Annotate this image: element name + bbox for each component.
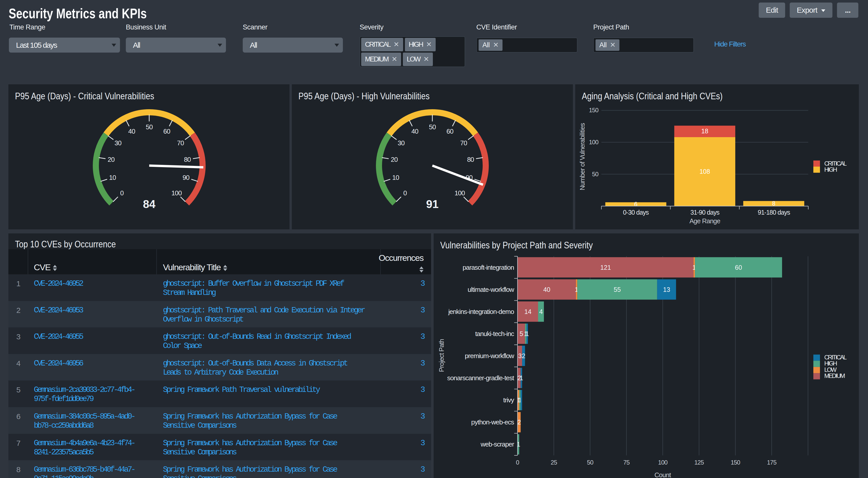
svg-text:40: 40 [543, 286, 550, 293]
svg-text:91: 91 [426, 198, 439, 210]
svg-text:Project Path: Project Path [438, 339, 445, 372]
svg-text:20: 20 [107, 156, 114, 163]
svg-text:30: 30 [115, 139, 122, 147]
svg-text:121: 121 [600, 264, 611, 271]
svg-text:LOW: LOW [824, 366, 837, 373]
svg-text:100: 100 [658, 459, 668, 466]
svg-text:2: 2 [518, 418, 521, 426]
svg-text:ultimate-workflow: ultimate-workflow [468, 286, 514, 293]
svg-text:20: 20 [391, 156, 398, 163]
svg-text:CRITICAL: CRITICAL [824, 354, 847, 361]
svg-text:CRITICAL: CRITICAL [824, 160, 847, 167]
svg-text:5: 5 [520, 330, 523, 337]
svg-text:3: 3 [518, 352, 522, 360]
svg-text:HIGH: HIGH [824, 360, 837, 367]
svg-text:14: 14 [524, 308, 531, 315]
svg-text:55: 55 [614, 286, 621, 293]
svg-text:125: 125 [694, 459, 704, 466]
svg-text:25: 25 [551, 459, 557, 466]
svg-text:10: 10 [392, 174, 399, 181]
svg-text:60: 60 [446, 128, 454, 135]
svg-text:web-scraper: web-scraper [480, 440, 514, 448]
svg-text:parasoft-integration: parasoft-integration [463, 264, 514, 271]
svg-text:31-90 days: 31-90 days [690, 209, 719, 216]
svg-text:90: 90 [183, 174, 189, 181]
svg-text:60: 60 [163, 128, 170, 135]
svg-text:75: 75 [623, 459, 629, 466]
svg-text:108: 108 [700, 168, 710, 175]
svg-text:0-30 days: 0-30 days [623, 209, 649, 216]
svg-text:80: 80 [467, 156, 474, 163]
svg-text:premium-workflow: premium-workflow [465, 352, 515, 360]
svg-text:1: 1 [525, 330, 529, 337]
svg-text:40: 40 [128, 128, 135, 135]
svg-text:150: 150 [589, 107, 598, 113]
svg-text:70: 70 [460, 139, 467, 147]
svg-text:trivy: trivy [503, 396, 514, 404]
svg-text:50: 50 [587, 459, 593, 466]
svg-text:84: 84 [143, 198, 156, 210]
svg-text:Count: Count [654, 471, 671, 478]
svg-text:0: 0 [516, 459, 519, 466]
svg-text:100: 100 [171, 189, 182, 197]
svg-text:Age Range: Age Range [689, 217, 720, 225]
svg-text:50: 50 [592, 171, 598, 177]
svg-text:tanuki-tech-inc: tanuki-tech-inc [475, 330, 514, 338]
svg-text:18: 18 [701, 128, 708, 135]
svg-text:91-180 days: 91-180 days [758, 209, 790, 216]
svg-text:sonarscanner-gradle-test: sonarscanner-gradle-test [447, 374, 515, 382]
svg-text:13: 13 [663, 286, 670, 293]
svg-text:jenkins-integration-demo: jenkins-integration-demo [448, 308, 514, 315]
svg-text:80: 80 [184, 156, 191, 163]
svg-text:175: 175 [767, 459, 776, 466]
svg-text:40: 40 [411, 128, 418, 135]
svg-text:4: 4 [539, 308, 542, 315]
svg-text:50: 50 [429, 123, 436, 131]
svg-text:10: 10 [109, 174, 116, 181]
svg-text:0: 0 [403, 189, 407, 197]
svg-text:0: 0 [120, 189, 124, 197]
svg-text:100: 100 [589, 139, 598, 145]
svg-text:60: 60 [735, 264, 742, 271]
svg-text:150: 150 [731, 459, 740, 466]
svg-text:30: 30 [398, 139, 405, 147]
svg-text:1: 1 [520, 374, 523, 381]
svg-text:50: 50 [146, 123, 153, 131]
svg-text:2: 2 [522, 352, 525, 360]
svg-text:70: 70 [177, 139, 184, 147]
svg-text:Number of Vulnerabilities: Number of Vulnerabilities [579, 123, 586, 191]
svg-text:python-web-ecs: python-web-ecs [471, 418, 514, 426]
svg-text:MEDIUM: MEDIUM [824, 372, 845, 379]
svg-text:HIGH: HIGH [824, 166, 837, 173]
svg-text:100: 100 [455, 189, 465, 197]
svg-text:6: 6 [634, 201, 638, 207]
